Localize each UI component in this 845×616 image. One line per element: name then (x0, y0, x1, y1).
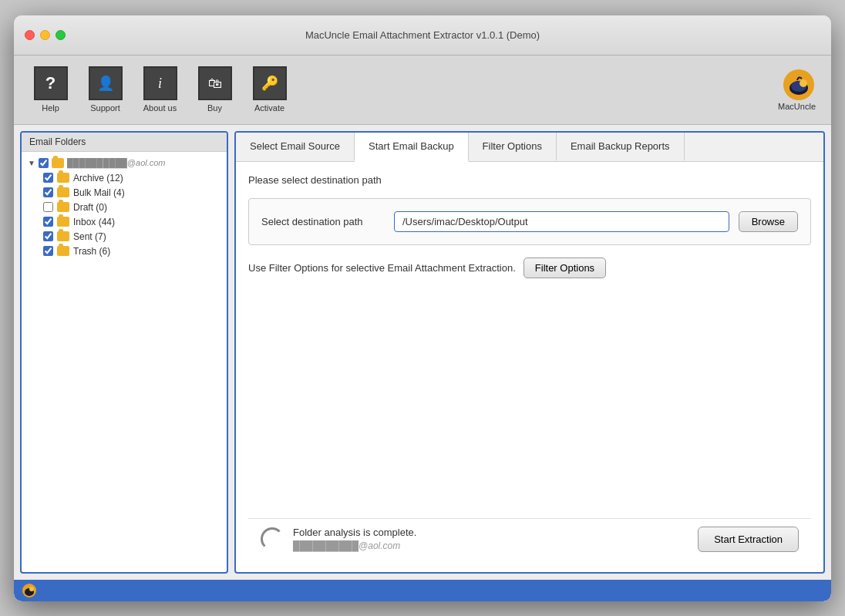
status-container: Folder analysis is complete. ██████████@… (293, 527, 688, 551)
bottom-status-bar: Folder analysis is complete. ██████████@… (248, 518, 811, 560)
loading-spinner (261, 527, 284, 550)
tabs-bar: Select Email Source Start Email Backup F… (236, 133, 823, 162)
toolbar-item-activate[interactable]: 🔑 Activate (248, 66, 291, 113)
tree-root: ▼ ██████████@aol.com (28, 158, 221, 168)
toolbar-items: ? Help 👤 Support i About us 🛍 Buy 🔑 Acti… (29, 66, 778, 113)
trash-folder-icon (57, 246, 69, 256)
buy-icon: 🛍 (198, 66, 232, 100)
about-icon: i (143, 66, 177, 100)
tab-select-source[interactable]: Select Email Source (236, 133, 355, 161)
help-label: Help (42, 103, 59, 113)
help-icon: ? (34, 66, 68, 100)
tab-start-backup[interactable]: Start Email Backup (355, 133, 469, 162)
tab-filter-options[interactable]: Filter Options (469, 133, 557, 161)
inbox-label: Inbox (44) (73, 217, 115, 227)
macuncle-logo-icon (782, 68, 816, 102)
toolbar-item-help[interactable]: ? Help (29, 66, 72, 113)
statusbar (14, 580, 831, 601)
destination-box: Select destination path Browse (248, 198, 811, 245)
toolbar-right: MacUncle (778, 68, 816, 111)
root-checkbox[interactable] (39, 158, 49, 168)
folder-bulkmail: Bulk Mail (4) (43, 187, 221, 198)
buy-label: Buy (207, 103, 222, 113)
folder-archive: Archive (12) (43, 173, 221, 183)
filter-notice-text: Use Filter Options for selective Email A… (248, 262, 516, 274)
draft-folder-icon (57, 202, 69, 212)
sent-label: Sent (7) (73, 231, 106, 242)
trash-checkbox[interactable] (43, 246, 53, 256)
folder-inbox: Inbox (44) (43, 217, 221, 227)
toolbar: ? Help 👤 Support i About us 🛍 Buy 🔑 Acti… (14, 56, 831, 125)
content-spacer (248, 291, 811, 506)
bottom-account: ██████████@aol.com (293, 540, 688, 551)
toolbar-item-about[interactable]: i About us (139, 66, 181, 113)
section-title: Please select destination path (248, 174, 811, 186)
bulkmail-checkbox[interactable] (43, 187, 53, 197)
destination-label: Select destination path (261, 216, 385, 227)
tree-toggle[interactable]: ▼ (28, 159, 35, 167)
status-text: Folder analysis is complete. (293, 527, 688, 538)
folder-trash: Trash (6) (43, 246, 221, 257)
left-panel: Email Folders ▼ ██████████@aol.com Archi… (20, 131, 228, 574)
support-label: Support (90, 103, 120, 113)
activate-label: Activate (254, 103, 284, 113)
destination-input[interactable] (394, 211, 729, 232)
statusbar-logo-icon (22, 583, 37, 598)
draft-checkbox[interactable] (43, 202, 53, 212)
svg-point-6 (29, 587, 34, 591)
window-title: MacUncle Email Attachment Extractor v1.0… (305, 29, 540, 41)
draft-label: Draft (0) (73, 202, 107, 213)
archive-checkbox[interactable] (43, 173, 53, 183)
archive-folder-icon (57, 173, 69, 183)
svg-point-3 (800, 79, 807, 87)
start-extraction-button[interactable]: Start Extraction (698, 527, 799, 552)
activate-icon: 🔑 (253, 66, 287, 100)
root-email: ██████████@aol.com (67, 158, 166, 167)
filter-options-button[interactable]: Filter Options (523, 258, 606, 278)
trash-label: Trash (6) (73, 246, 110, 257)
folder-tree: ▼ ██████████@aol.com Archive (12) (22, 152, 227, 572)
support-icon: 👤 (89, 66, 123, 100)
toolbar-item-support[interactable]: 👤 Support (84, 66, 126, 113)
traffic-lights (25, 30, 66, 40)
content-area: Please select destination path Select de… (236, 162, 823, 572)
inbox-folder-icon (57, 217, 69, 227)
tree-children: Archive (12) Bulk Mail (4) Draft (0) (28, 173, 221, 257)
minimize-button[interactable] (40, 30, 50, 40)
about-label: About us (143, 103, 177, 113)
root-folder-icon (52, 158, 64, 168)
brand-label: MacUncle (778, 102, 816, 111)
close-button[interactable] (25, 30, 35, 40)
titlebar: MacUncle Email Attachment Extractor v1.0… (14, 15, 831, 56)
tab-backup-reports[interactable]: Email Backup Reports (557, 133, 685, 161)
filter-notice: Use Filter Options for selective Email A… (248, 258, 811, 278)
sent-checkbox[interactable] (43, 231, 53, 241)
folder-sent: Sent (7) (43, 231, 221, 242)
toolbar-item-buy[interactable]: 🛍 Buy (194, 66, 236, 113)
bulkmail-folder-icon (57, 187, 69, 197)
browse-button[interactable]: Browse (739, 211, 798, 232)
maximize-button[interactable] (56, 30, 66, 40)
folder-draft: Draft (0) (43, 202, 221, 213)
main-area: Email Folders ▼ ██████████@aol.com Archi… (14, 125, 831, 580)
folder-panel-title: Email Folders (22, 133, 227, 152)
sent-folder-icon (57, 231, 69, 241)
right-panel: Select Email Source Start Email Backup F… (234, 131, 825, 574)
bulkmail-label: Bulk Mail (4) (73, 187, 125, 198)
app-window: MacUncle Email Attachment Extractor v1.0… (14, 15, 831, 601)
archive-label: Archive (12) (73, 173, 123, 183)
inbox-checkbox[interactable] (43, 217, 53, 227)
